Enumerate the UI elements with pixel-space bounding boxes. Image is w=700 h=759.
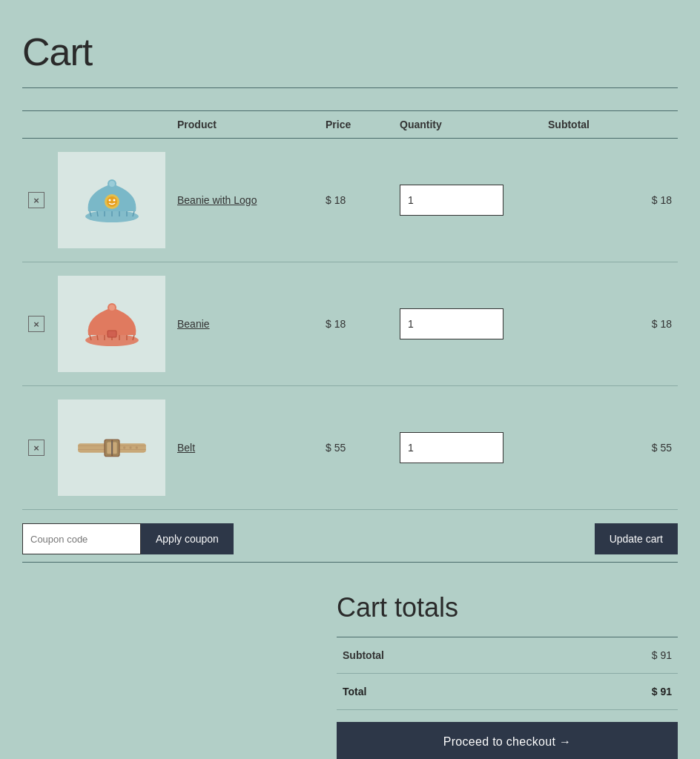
- product-name-cell-2: Belt: [171, 386, 320, 510]
- svg-point-13: [109, 181, 115, 187]
- subtotal-cell-2: $ 55: [542, 386, 678, 510]
- quantity-input-2[interactable]: [400, 432, 503, 463]
- image-cell-1: [52, 262, 171, 386]
- remove-cell: ×: [22, 139, 52, 262]
- svg-line-16: [97, 335, 98, 340]
- subtotal-cell-0: $ 18: [542, 139, 678, 262]
- col-header-subtotal: Subtotal: [542, 111, 678, 139]
- total-row: Total $ 91: [337, 674, 678, 710]
- title-divider: [22, 87, 678, 88]
- image-cell-0: [52, 139, 171, 262]
- col-header-remove: [22, 111, 52, 139]
- svg-point-24: [109, 305, 115, 311]
- remove-button-0[interactable]: ×: [28, 192, 44, 208]
- price-cell-2: $ 55: [320, 386, 394, 510]
- remove-button-1[interactable]: ×: [28, 316, 44, 332]
- apply-coupon-button[interactable]: Apply coupon: [141, 523, 234, 554]
- col-header-product: Product: [171, 111, 320, 139]
- product-name-cell-1: Beanie: [171, 262, 320, 386]
- product-image-0: [58, 152, 165, 248]
- quantity-input-1[interactable]: [400, 308, 503, 339]
- proceed-to-checkout-button[interactable]: Proceed to checkout →: [337, 722, 678, 759]
- product-name-cell-0: Beanie with Logo: [171, 139, 320, 262]
- svg-point-32: [129, 446, 131, 448]
- coupon-input[interactable]: [22, 523, 141, 554]
- product-image-1: [58, 276, 165, 372]
- svg-point-9: [107, 196, 117, 207]
- price-cell-1: $ 18: [320, 262, 394, 386]
- col-header-image: [52, 111, 171, 139]
- total-label: Total: [337, 674, 549, 710]
- col-header-price: Price: [320, 111, 394, 139]
- subtotal-label: Subtotal: [337, 637, 549, 674]
- quantity-cell-0: [394, 139, 542, 262]
- product-link-1[interactable]: Beanie: [177, 318, 210, 330]
- svg-line-2: [97, 211, 98, 216]
- page-title: Cart: [22, 30, 678, 74]
- product-link-0[interactable]: Beanie with Logo: [177, 194, 257, 206]
- remove-button-2[interactable]: ×: [28, 440, 44, 456]
- svg-rect-22: [108, 331, 116, 337]
- remove-cell: ×: [22, 262, 52, 386]
- table-row: × Belt $ 55 $ 55: [22, 386, 678, 510]
- subtotal-row: Subtotal $ 91: [337, 637, 678, 674]
- table-row: × Beanie with Logo $ 18: [22, 139, 678, 262]
- cart-totals-section: Cart totals Subtotal $ 91 Total $ 91 Pro…: [22, 592, 678, 759]
- svg-point-10: [108, 199, 110, 202]
- svg-point-33: [135, 446, 137, 448]
- svg-point-11: [113, 199, 115, 202]
- cart-table: Product Price Quantity Subtotal ×: [22, 110, 678, 510]
- svg-point-34: [123, 446, 125, 448]
- price-cell-0: $ 18: [320, 139, 394, 262]
- cart-totals-box: Cart totals Subtotal $ 91 Total $ 91 Pro…: [337, 592, 678, 759]
- product-image-2: [58, 400, 165, 496]
- cart-totals-title: Cart totals: [337, 592, 678, 623]
- quantity-input-0[interactable]: [400, 185, 503, 216]
- quantity-cell-1: [394, 262, 542, 386]
- coupon-row: Apply coupon Update cart: [22, 516, 678, 563]
- update-cart-button[interactable]: Update cart: [595, 523, 678, 554]
- subtotal-value: $ 91: [549, 637, 678, 674]
- quantity-cell-2: [394, 386, 542, 510]
- subtotal-cell-1: $ 18: [542, 262, 678, 386]
- totals-table: Subtotal $ 91 Total $ 91: [337, 637, 678, 710]
- coupon-left: Apply coupon: [22, 523, 234, 554]
- col-header-quantity: Quantity: [394, 111, 542, 139]
- total-value: $ 91: [549, 674, 678, 710]
- image-cell-2: [52, 386, 171, 510]
- remove-cell: ×: [22, 386, 52, 510]
- table-row: × Beanie $ 18 $ 18: [22, 262, 678, 386]
- product-link-2[interactable]: Belt: [177, 442, 195, 454]
